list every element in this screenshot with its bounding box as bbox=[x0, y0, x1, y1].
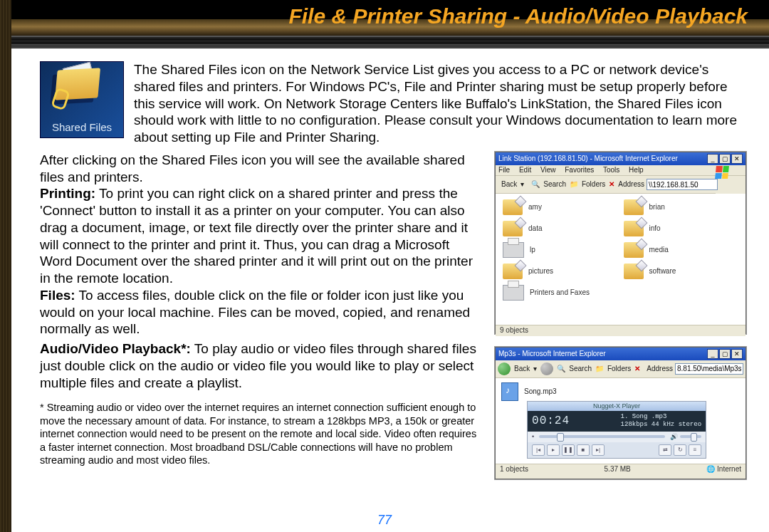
menu-tools: Tools bbox=[603, 166, 619, 174]
win2-title: Mp3s - Microsoft Internet Explorer bbox=[498, 350, 606, 359]
footnote: * Streaming audio or video over the inte… bbox=[40, 401, 482, 467]
win-xp-mini-logo bbox=[716, 166, 736, 179]
folder-share-item: data bbox=[503, 221, 617, 236]
files-body: To access files, double click on the fil… bbox=[40, 288, 470, 337]
status-size: 5.37 MB bbox=[605, 465, 631, 474]
win2-file-area: Song.mp3 Nugget-X Player 00:24 1. Song .… bbox=[496, 378, 746, 464]
folder-share-item: software bbox=[624, 264, 738, 279]
screenshot-player: Mp3s - Microsoft Internet Explorer _▢✕ B… bbox=[495, 347, 746, 479]
address-input bbox=[647, 179, 718, 190]
player-mode: stereo bbox=[679, 421, 701, 428]
delete-icon: ✕ bbox=[609, 180, 614, 189]
folders-label: Folders bbox=[607, 365, 631, 374]
menu-favorites: Favorites bbox=[565, 166, 594, 174]
folder-icon bbox=[624, 221, 644, 236]
printing-body: To print you can right click on a shared… bbox=[40, 186, 473, 286]
mp3-file-item: Song.mp3 bbox=[501, 382, 740, 401]
play-button: ▸ bbox=[547, 444, 560, 456]
status-objects: 1 objects bbox=[500, 465, 528, 474]
win1-titlebar: Link Station (192.168.81.50) - Microsoft… bbox=[496, 152, 746, 165]
folder-icon bbox=[624, 242, 644, 258]
win2-titlebar: Mp3s - Microsoft Internet Explorer _▢✕ bbox=[496, 348, 746, 360]
win1-menubar: File Edit View Favorites Tools Help bbox=[496, 165, 746, 177]
player-bitrate: 128kbps bbox=[621, 421, 648, 428]
player-rate: 44 kHz bbox=[652, 421, 674, 428]
printing-label: Printing: bbox=[40, 186, 95, 201]
share-item-label: brian bbox=[649, 203, 665, 212]
menu-help: Help bbox=[629, 166, 644, 174]
share-item-label: media bbox=[649, 246, 669, 255]
player-buttons: |◂ ▸ ❚❚ ■ ▸| ⇄ ↻ ≡ bbox=[528, 442, 706, 458]
player-time: 00:24 bbox=[532, 414, 570, 428]
folder-share-item: info bbox=[624, 221, 738, 236]
address-label: Address bbox=[647, 365, 673, 374]
av-label: Audio/Video Playback*: bbox=[40, 341, 191, 356]
share-item-label: info bbox=[649, 224, 661, 234]
pause-button: ❚❚ bbox=[562, 444, 575, 456]
win1-title: Link Station (192.168.81.50) - Microsoft… bbox=[498, 155, 678, 164]
seek-slider bbox=[539, 435, 665, 438]
shared-files-icon: Shared Files bbox=[40, 61, 124, 138]
back-label: Back bbox=[501, 180, 517, 189]
win1-toolbar: Back ▾ 🔍Search 📁Folders ✕ Address bbox=[496, 176, 716, 194]
win1-window-buttons: _▢✕ bbox=[706, 154, 743, 164]
paragraph-after-click: After clicking on the Shared Files icon … bbox=[40, 152, 482, 186]
address-label: Address bbox=[618, 180, 644, 189]
win1-file-area: amybriandatainfolpmediapicturessoftwareP… bbox=[496, 194, 746, 325]
player-seek-row: • 🔊 bbox=[528, 432, 706, 442]
page-header: File & Printer Sharing - Audio/Video Pla… bbox=[0, 0, 769, 37]
files-label: Files: bbox=[40, 288, 75, 303]
screenshot-explorer: Link Station (192.168.81.50) - Microsoft… bbox=[495, 152, 746, 334]
player-track: 1. Song .mp3 bbox=[621, 413, 667, 420]
next-button: ▸| bbox=[592, 444, 605, 456]
printer-icon bbox=[503, 242, 524, 258]
share-item-label: amy bbox=[528, 203, 542, 212]
back-icon bbox=[498, 363, 511, 375]
folder-share-item: brian bbox=[624, 199, 738, 215]
win2-status: 1 objects 5.37 MB 🌐 Internet bbox=[496, 464, 746, 475]
share-item-label: software bbox=[649, 267, 676, 276]
page-number: 77 bbox=[0, 513, 769, 528]
intro-text: The Shared Files icon on the Network Ser… bbox=[134, 62, 737, 145]
menu-file: File bbox=[498, 166, 510, 174]
search-label: Search bbox=[543, 180, 566, 189]
win1-status: 9 objects bbox=[496, 325, 746, 336]
folder-icon bbox=[624, 264, 644, 279]
player-display: 00:24 1. Song .mp3 128kbps 44 kHz stereo bbox=[528, 411, 706, 432]
share-item-label: Printers and Faxes bbox=[530, 288, 590, 298]
share-item-label: pictures bbox=[528, 267, 553, 276]
header-stripes bbox=[0, 37, 769, 44]
mp3-filename: Song.mp3 bbox=[524, 387, 557, 397]
stop-button: ■ bbox=[577, 444, 590, 456]
folders-label: Folders bbox=[582, 180, 605, 189]
printer-share-item: Printers and Faxes bbox=[503, 285, 617, 301]
printer-share-item: lp bbox=[503, 242, 617, 258]
folder-share-item: media bbox=[624, 242, 738, 258]
folder-icon bbox=[503, 221, 523, 236]
page-title: File & Printer Sharing - Audio/Video Pla… bbox=[0, 4, 769, 28]
search-label: Search bbox=[569, 365, 592, 374]
prev-button: |◂ bbox=[532, 444, 545, 456]
back-label: Back bbox=[514, 365, 530, 374]
player-name: Nugget-X Player bbox=[528, 402, 706, 411]
win2-window-buttons: _▢✕ bbox=[706, 349, 743, 359]
media-player: Nugget-X Player 00:24 1. Song .mp3 128kb… bbox=[527, 401, 706, 459]
folder-share-item: pictures bbox=[503, 264, 617, 279]
shuffle-button: ⇄ bbox=[659, 444, 671, 456]
delete-icon: ✕ bbox=[634, 365, 640, 374]
folder-icon bbox=[624, 199, 644, 215]
printer-icon bbox=[503, 285, 524, 301]
paragraph-av: Audio/Video Playback*: To play audio or … bbox=[40, 340, 482, 391]
left-rail-decoration bbox=[0, 0, 11, 532]
share-item-label: data bbox=[528, 224, 542, 234]
win2-toolbar: Back ▾ 🔍Search 📁Folders ✕ Address bbox=[496, 360, 746, 378]
volume-slider bbox=[680, 435, 701, 438]
address-input bbox=[675, 363, 743, 375]
paragraph-files: Files: To access files, double click on … bbox=[40, 287, 482, 338]
forward-icon bbox=[540, 363, 553, 375]
mp3-icon bbox=[501, 382, 518, 401]
playlist-button: ≡ bbox=[689, 444, 701, 456]
folder-icon bbox=[503, 199, 523, 215]
paragraph-printing: Printing: To print you can right click o… bbox=[40, 185, 482, 287]
shared-files-icon-label: Shared Files bbox=[41, 121, 123, 135]
